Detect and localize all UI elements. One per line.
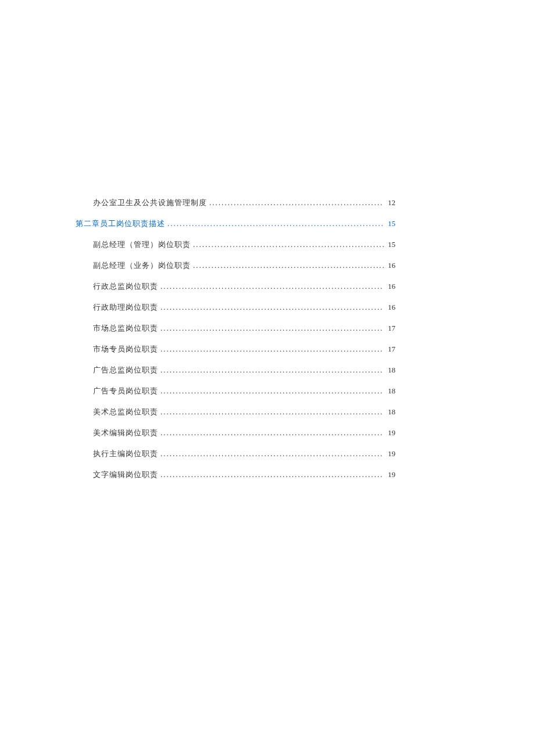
toc-entry-page: 16 xyxy=(384,261,395,270)
toc-leader-dots xyxy=(165,219,384,228)
toc-entry: 美术编辑岗位职责19 xyxy=(76,428,395,438)
toc-entry-title[interactable]: 第二章员工岗位职责描述 xyxy=(76,218,165,229)
toc-entry-title: 文字编辑岗位职责 xyxy=(93,470,158,480)
toc-entry-page: 18 xyxy=(384,407,395,417)
toc-entry-title: 美术编辑岗位职责 xyxy=(93,428,158,438)
toc-leader-dots xyxy=(158,282,384,291)
toc-entry-page: 19 xyxy=(384,428,395,438)
toc-leader-dots xyxy=(158,470,384,479)
toc-entry-page: 18 xyxy=(384,366,395,375)
toc-leader-dots xyxy=(191,261,384,270)
toc-entry-title: 副总经理（管理）岗位职责 xyxy=(93,239,191,250)
toc-entry[interactable]: 第二章员工岗位职责描述15 xyxy=(76,218,395,229)
toc-entry-title: 美术总监岗位职责 xyxy=(93,407,158,417)
table-of-contents: 办公室卫生及公共设施管理制度12第二章员工岗位职责描述15副总经理（管理）岗位职… xyxy=(76,198,395,480)
toc-entry-title: 副总经理（业务）岗位职责 xyxy=(93,260,191,271)
toc-entry: 广告专员岗位职责18 xyxy=(76,386,395,396)
toc-entry-title: 行政总监岗位职责 xyxy=(93,281,158,292)
toc-entry: 办公室卫生及公共设施管理制度12 xyxy=(76,198,395,208)
toc-entry-title: 市场专员岗位职责 xyxy=(93,344,158,354)
toc-entry: 市场总监岗位职责17 xyxy=(76,323,395,334)
toc-entry: 市场专员岗位职责17 xyxy=(76,344,395,354)
toc-leader-dots xyxy=(158,386,384,396)
toc-leader-dots xyxy=(158,366,384,375)
toc-leader-dots xyxy=(158,449,384,458)
toc-leader-dots xyxy=(158,324,384,333)
toc-entry-title: 行政助理岗位职责 xyxy=(93,302,158,313)
toc-entry: 副总经理（业务）岗位职责16 xyxy=(76,260,395,271)
toc-leader-dots xyxy=(191,240,384,249)
toc-entry: 副总经理（管理）岗位职责15 xyxy=(76,239,395,250)
toc-entry-title: 广告总监岗位职责 xyxy=(93,365,158,375)
toc-leader-dots xyxy=(207,198,384,207)
toc-entry-page: 16 xyxy=(384,282,395,291)
toc-entry-title: 执行主编岗位职责 xyxy=(93,449,158,459)
toc-entry-page: 19 xyxy=(384,470,395,479)
toc-entry-page: 15 xyxy=(384,240,395,249)
toc-entry: 美术总监岗位职责18 xyxy=(76,407,395,417)
toc-entry-page: 17 xyxy=(384,324,395,333)
toc-entry-title: 市场总监岗位职责 xyxy=(93,323,158,334)
toc-leader-dots xyxy=(158,428,384,438)
toc-entry-page: 18 xyxy=(384,386,395,396)
toc-entry: 广告总监岗位职责18 xyxy=(76,365,395,375)
toc-entry-page: 19 xyxy=(384,449,395,458)
toc-entry-page[interactable]: 15 xyxy=(384,219,395,228)
toc-leader-dots xyxy=(158,407,384,417)
toc-entry: 行政助理岗位职责16 xyxy=(76,302,395,313)
toc-leader-dots xyxy=(158,303,384,312)
toc-entry: 文字编辑岗位职责19 xyxy=(76,470,395,480)
toc-entry-title: 广告专员岗位职责 xyxy=(93,386,158,396)
toc-entry-title: 办公室卫生及公共设施管理制度 xyxy=(93,198,207,208)
toc-entry-page: 12 xyxy=(384,198,395,207)
toc-entry-page: 17 xyxy=(384,345,395,354)
toc-entry-page: 16 xyxy=(384,303,395,312)
toc-entry: 行政总监岗位职责16 xyxy=(76,281,395,292)
toc-entry: 执行主编岗位职责19 xyxy=(76,449,395,459)
toc-leader-dots xyxy=(158,345,384,354)
